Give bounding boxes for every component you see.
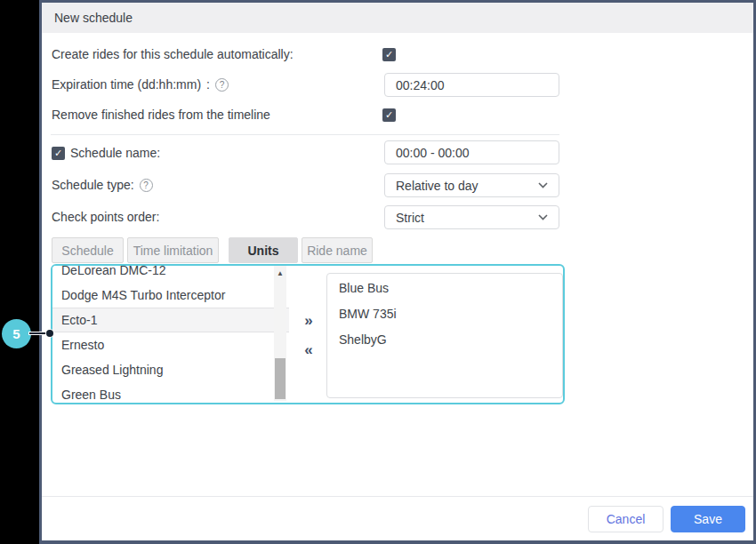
footer-divider: [42, 496, 753, 497]
schedule-name-row: ✓ Schedule name:: [52, 146, 160, 160]
list-item[interactable]: Green Bus: [52, 382, 289, 401]
scrollbar-thumb[interactable]: [275, 358, 286, 399]
auto-create-checkbox[interactable]: ✓: [382, 48, 396, 61]
expiration-time-input[interactable]: [384, 73, 559, 97]
list-item[interactable]: DeLorean DMC-12: [52, 266, 289, 283]
schedule-type-label: Schedule type:: [52, 178, 134, 192]
expiration-label-row: Expiration time (dd:hh:mm) : ?: [52, 77, 229, 92]
dialog-header: New schedule: [42, 3, 753, 33]
list-item[interactable]: Greased Lightning: [52, 357, 289, 382]
tab-time-limitation[interactable]: Time limitation: [127, 237, 219, 263]
new-schedule-dialog: New schedule Create rides for this sched…: [39, 0, 756, 544]
dialog-title: New schedule: [54, 11, 133, 25]
list-item-selected[interactable]: Ecto-1: [52, 308, 289, 332]
available-units-scrollbar[interactable]: ▲: [274, 266, 286, 401]
schedule-type-value: Relative to day: [396, 179, 479, 193]
auto-create-label: Create rides for this schedule automatic…: [52, 47, 294, 61]
remove-finished-checkbox[interactable]: ✓: [382, 108, 396, 122]
schedule-type-select[interactable]: Relative to day: [384, 173, 559, 197]
tab-ride-name[interactable]: Ride name: [302, 237, 373, 263]
chevron-down-icon: [538, 214, 548, 220]
schedule-name-input[interactable]: [384, 140, 559, 164]
checkpoints-order-label: Check points order:: [52, 210, 159, 224]
list-item[interactable]: BMW 735i: [327, 301, 562, 327]
available-units-list: DeLorean DMC-12 Dodge M4S Turbo Intercep…: [52, 266, 289, 401]
schedule-type-row: Schedule type: ?: [52, 178, 153, 192]
expiration-label: Expiration time (dd:hh:mm): [52, 77, 201, 92]
annotation-badge: 5: [2, 319, 31, 348]
units-picker: DeLorean DMC-12 Dodge M4S Turbo Intercep…: [51, 264, 565, 404]
list-item[interactable]: Ernesto: [52, 332, 289, 357]
checkmark-icon: ✓: [385, 109, 393, 120]
expiration-colon: :: [206, 77, 210, 92]
move-right-button[interactable]: »: [294, 313, 323, 331]
checkpoints-order-value: Strict: [396, 211, 424, 225]
assigned-units-list: Blue Bus BMW 735i ShelbyG: [326, 273, 563, 398]
schedule-name-label: Schedule name:: [70, 146, 160, 160]
checkmark-icon: ✓: [54, 148, 62, 158]
list-item[interactable]: Dodge M4S Turbo Interceptor: [52, 283, 289, 308]
scroll-up-icon[interactable]: ▲: [274, 266, 286, 280]
checkmark-icon: ✓: [385, 49, 393, 60]
list-item[interactable]: ShelbyG: [327, 327, 562, 353]
list-item[interactable]: Blue Bus: [327, 276, 562, 301]
schedule-name-checkbox[interactable]: ✓: [52, 147, 65, 160]
checkpoints-order-select[interactable]: Strict: [384, 205, 559, 229]
section-divider: [51, 134, 559, 135]
cancel-button[interactable]: Cancel: [588, 506, 664, 532]
help-icon[interactable]: ?: [215, 78, 229, 92]
chevron-down-icon: [538, 182, 548, 188]
tab-units[interactable]: Units: [229, 237, 298, 263]
remove-finished-label: Remove finished rides from the timeline: [52, 108, 270, 122]
save-button[interactable]: Save: [671, 506, 745, 532]
annotation-connector-dot: [46, 330, 53, 337]
help-icon[interactable]: ?: [140, 179, 153, 192]
tab-schedule[interactable]: Schedule: [52, 237, 124, 263]
move-left-button[interactable]: «: [294, 342, 323, 360]
